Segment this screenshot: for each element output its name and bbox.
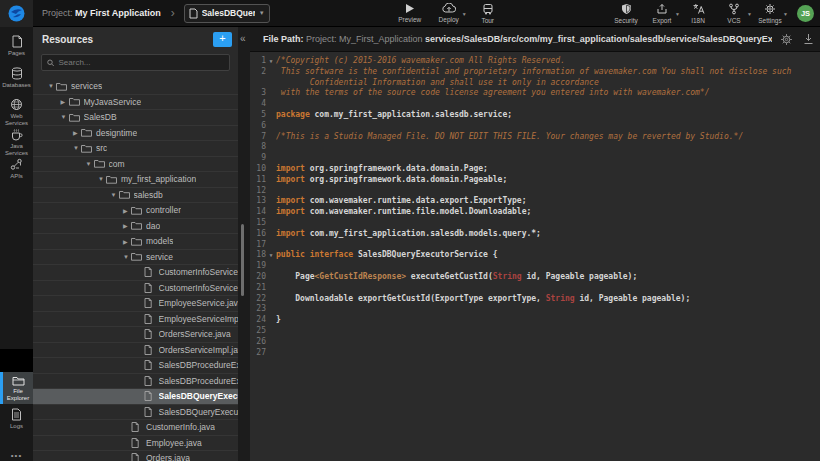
sidebar-item-apis[interactable]: APIs (0, 158, 33, 180)
open-file-dropdown[interactable]: SalesDBQueryExec... ▼ (184, 4, 270, 23)
fold-caret-icon[interactable]: ▼ (266, 56, 276, 67)
chevron-right-icon[interactable]: ▶ (61, 98, 69, 105)
tree-item-services[interactable]: ▼services (33, 79, 238, 95)
code-text[interactable]: Downloadable exportGetCustId(ExportType … (276, 294, 820, 305)
sidebar-item-pages[interactable]: Pages (0, 35, 33, 57)
code-text[interactable]: import com.my_first_application.salesdb.… (276, 229, 820, 240)
tree-item-salesdbprocedureexecutorserviceimpl-java[interactable]: SalesDBProcedureExecutorServiceImpl.java (33, 374, 238, 390)
code-text[interactable] (276, 283, 820, 294)
tree-item-salesdb[interactable]: ▼salesdb (33, 188, 238, 204)
code-text[interactable]: import com.wavemaker.runtime.file.model.… (276, 207, 820, 218)
tree-item-customerinfoservice-java[interactable]: CustomerInfoService.java (33, 265, 238, 281)
tree-item-label: MyJavaService (84, 97, 142, 107)
tree-item-employeeservice-java[interactable]: EmployeeService.java (33, 296, 238, 312)
resources-search-box[interactable] (41, 54, 230, 71)
tree-item-src[interactable]: ▼src (33, 141, 238, 157)
tree-item-salesdbprocedureexecutorservice-java[interactable]: SalesDBProcedureExecutorService.java (33, 358, 238, 374)
download-file-icon[interactable] (803, 33, 814, 45)
tree-item-salesdbqueryexecutorserviceimpl-java[interactable]: SalesDBQueryExecutorServiceImpl.java (33, 405, 238, 421)
code-text[interactable]: This software is the confidential and pr… (276, 67, 820, 78)
tree-item-my-first-application[interactable]: ▼my_first_application (33, 172, 238, 188)
code-text[interactable] (276, 121, 820, 132)
code-text[interactable]: Page<GetCustIdResponse> executeGetCustId… (276, 272, 820, 283)
collapse-panel-icon[interactable]: « (240, 33, 246, 44)
tour-button[interactable]: Tour (475, 3, 501, 24)
editor-settings-gear-icon[interactable] (780, 33, 793, 46)
tree-item-myjavaservice[interactable]: ▶MyJavaService (33, 95, 238, 111)
chevron-down-icon[interactable]: ▼ (98, 176, 106, 182)
vcs-button[interactable]: VCS ▼ (721, 3, 747, 24)
tree-item-ordersserviceimpl-java[interactable]: OrdersServiceImpl.java (33, 343, 238, 359)
code-text[interactable]: } (276, 315, 820, 326)
code-text[interactable] (276, 304, 820, 315)
security-button[interactable]: Security (613, 3, 639, 24)
tree-item-salesdbqueryexecutorservice-java[interactable]: SalesDBQueryExecutorService.java (33, 389, 238, 405)
code-text[interactable] (276, 348, 820, 359)
wavemaker-logo[interactable] (0, 0, 33, 27)
tree-item-com[interactable]: ▼com (33, 157, 238, 173)
chevron-down-icon[interactable]: ▼ (61, 114, 69, 120)
chevron-down-icon[interactable]: ▼ (123, 254, 131, 260)
code-text[interactable]: with the terms of the source code licens… (276, 88, 820, 99)
user-avatar[interactable]: JS (797, 5, 814, 22)
chevron-down-icon[interactable]: ▼ (111, 192, 119, 198)
i18n-button[interactable]: I18N (685, 3, 711, 24)
settings-button[interactable]: Settings ▼ (757, 3, 783, 24)
tree-item-customerinfoserviceimpl-java[interactable]: CustomerInfoServiceImpl.java (33, 281, 238, 297)
code-text[interactable]: public interface SalesDBQueryExecutorSer… (276, 250, 820, 261)
sidebar-item-databases[interactable]: Databases (0, 67, 33, 89)
tree-item-controller[interactable]: ▶controller (33, 203, 238, 219)
tree-scrollbar[interactable] (241, 224, 244, 296)
code-text[interactable]: /*Copyright (c) 2015-2016 wavemaker.com … (276, 56, 820, 67)
code-text[interactable] (276, 337, 820, 348)
code-text[interactable] (276, 142, 820, 153)
chevron-right-icon[interactable]: ▶ (73, 129, 81, 136)
tree-item-employee-java[interactable]: Employee.java (33, 436, 238, 452)
chevron-right-icon[interactable]: ▶ (123, 222, 131, 229)
chevron-down-icon[interactable]: ▼ (48, 83, 56, 89)
tree-item-salesdb[interactable]: ▼SalesDB (33, 110, 238, 126)
fold-caret-icon[interactable]: ▼ (266, 250, 276, 261)
code-text[interactable] (276, 99, 820, 110)
tree-item-designtime[interactable]: ▶designtime (33, 126, 238, 142)
sidebar-item-logs[interactable]: Logs (0, 408, 33, 430)
chevron-down-icon[interactable]: ▼ (86, 161, 94, 167)
tree-item-dao[interactable]: ▶dao (33, 219, 238, 235)
tree-item-models[interactable]: ▶models (33, 234, 238, 250)
sidebar-item-java-services[interactable]: Java Services (0, 128, 33, 156)
file-icon (131, 422, 139, 432)
code-text[interactable]: /*This is a Studio Managed File. DO NOT … (276, 132, 820, 143)
add-resource-button[interactable]: + (213, 32, 232, 47)
tree-item-customerinfo-java[interactable]: CustomerInfo.java (33, 420, 238, 436)
tree-item-orders-java[interactable]: Orders.java (33, 451, 238, 461)
sidebar-item-web-services[interactable]: Web Services (0, 98, 33, 126)
export-icon (656, 3, 668, 15)
chevron-down-icon[interactable]: ▼ (73, 145, 81, 151)
code-text[interactable]: import org.springframework.data.domain.P… (276, 175, 820, 186)
code-text[interactable]: package com.my_first_application.salesdb… (276, 110, 820, 121)
code-text[interactable] (276, 153, 820, 164)
preview-label: Preview (398, 16, 421, 23)
deploy-button[interactable]: Deploy ▼ (436, 3, 462, 24)
code-text[interactable] (276, 218, 820, 229)
preview-button[interactable]: Preview (397, 3, 423, 24)
code-content[interactable]: 1▼/*Copyright (c) 2015-2016 wavemaker.co… (250, 52, 820, 358)
search-input[interactable] (58, 58, 224, 67)
tree-item-label: Employee.java (146, 438, 202, 448)
tree-item-label: SalesDBQueryExecutorServiceImpl.java (159, 407, 239, 417)
code-text[interactable]: Confidential Information and shall use i… (276, 78, 820, 89)
export-button[interactable]: Export ▼ (649, 3, 675, 24)
code-text[interactable] (276, 326, 820, 337)
tree-item-ordersservice-java[interactable]: OrdersService.java (33, 327, 238, 343)
tree-item-employeeserviceimpl-java[interactable]: EmployeeServiceImpl.java (33, 312, 238, 328)
code-text[interactable] (276, 261, 820, 272)
code-text[interactable] (276, 240, 820, 251)
chevron-right-icon[interactable]: ▶ (123, 207, 131, 214)
code-text[interactable]: import org.springframework.data.domain.P… (276, 164, 820, 175)
chevron-right-icon[interactable]: ▶ (123, 238, 131, 245)
tree-item-service[interactable]: ▼service (33, 250, 238, 266)
code-text[interactable]: import com.wavemaker.runtime.data.export… (276, 196, 820, 207)
sidebar-item-file-explorer[interactable]: File Explorer (0, 372, 33, 404)
more-options-icon[interactable]: ••• (0, 451, 33, 460)
code-text[interactable] (276, 186, 820, 197)
